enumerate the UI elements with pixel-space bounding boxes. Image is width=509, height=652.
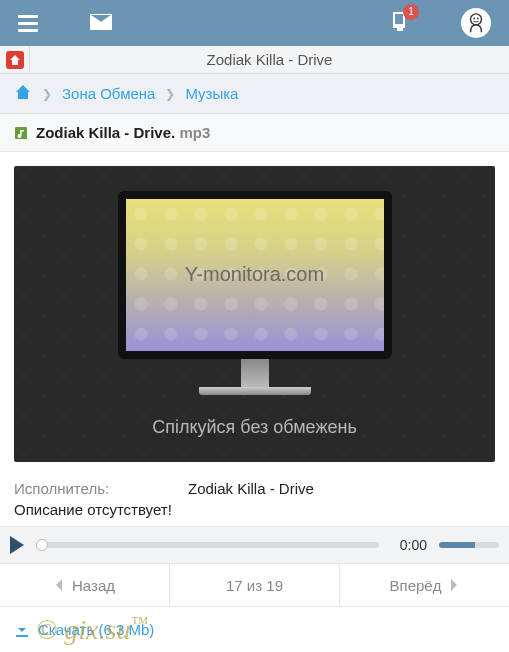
monitor-graphic: Y-monitora.com [118,191,392,395]
svg-point-3 [477,18,479,20]
download-icon [14,622,30,638]
file-extension: mp3 [179,124,210,141]
ad-screen-text: Y-monitora.com [185,263,324,286]
description: Описание отсутствует! [14,501,495,518]
breadcrumb: ❯ Зона Обмена ❯ Музыка [0,74,509,114]
menu-icon[interactable] [18,15,38,32]
notifications-icon[interactable]: 1 [391,12,409,35]
chevron-right-icon: ❯ [42,87,52,101]
mail-icon[interactable] [90,14,112,33]
volume-slider[interactable] [439,542,499,548]
svg-point-2 [473,18,475,20]
notification-badge: 1 [403,4,419,20]
home-icon[interactable] [14,83,32,104]
music-file-icon [14,126,28,140]
download-label: Скачать (6.3 Mb) [38,621,154,638]
breadcrumb-link-exchange[interactable]: Зона Обмена [62,85,155,102]
breadcrumb-link-music[interactable]: Музыка [185,85,238,102]
avatar[interactable] [461,8,491,38]
artist-label: Исполнитель: [14,480,188,497]
svg-point-1 [471,14,482,25]
page-title: Zodiak Killa - Drive [30,51,509,68]
ad-caption: Спілкуйся без обмежень [152,417,357,438]
play-button[interactable] [10,536,24,554]
prev-button[interactable]: Назад [0,564,170,606]
progress-handle[interactable] [36,539,48,551]
audio-player: 0:00 [0,526,509,564]
file-title-bar: Zodiak Killa - Drive. mp3 [0,114,509,152]
next-button[interactable]: Вперёд [340,564,509,606]
artist-value: Zodiak Killa - Drive [188,480,314,497]
titlebar: Zodiak Killa - Drive [0,46,509,74]
download-row: Скачать (6.3 Mb) © gix.su™ [0,607,509,652]
info-block: Исполнитель: Zodiak Killa - Drive Описан… [0,476,509,526]
pagination: Назад 17 из 19 Вперёд [0,564,509,607]
prev-label: Назад [72,577,115,594]
page-counter: 17 из 19 [170,564,340,606]
progress-bar[interactable] [36,542,379,548]
content-area: Y-monitora.com Спілкуйся без обмежень [0,152,509,476]
file-name: Zodiak Killa - Drive. [36,124,179,141]
chevron-right-icon: ❯ [165,87,175,101]
topbar: 1 [0,0,509,46]
ad-banner[interactable]: Y-monitora.com Спілкуйся без обмежень [14,166,495,462]
download-link[interactable]: Скачать (6.3 Mb) [14,621,495,638]
time-display: 0:00 [391,537,427,553]
app-home-icon [6,51,24,69]
app-home-button[interactable] [0,46,30,74]
next-label: Вперёд [390,577,442,594]
svg-rect-0 [395,14,403,24]
